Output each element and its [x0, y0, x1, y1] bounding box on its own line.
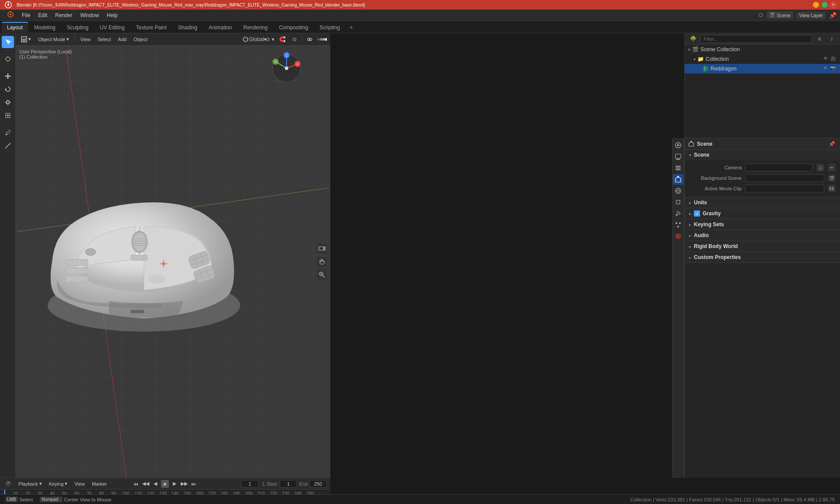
object-mode-selector[interactable]: Object Mode ▾	[36, 35, 71, 43]
next-keyframe-button[interactable]: ▶▶	[180, 480, 188, 488]
modifier-properties-tab[interactable]	[673, 208, 683, 219]
maximize-button[interactable]: □	[822, 2, 828, 8]
movie-clip-picker-icon[interactable]: 🎞	[828, 185, 836, 192]
outliner-editor-type[interactable]: 🌳	[688, 34, 698, 44]
tab-texture-paint[interactable]: Texture Paint	[131, 22, 172, 32]
render-properties-tab[interactable]	[673, 140, 683, 150]
audio-section-header[interactable]: ▸ Audio	[685, 230, 840, 241]
transform-tool-button[interactable]	[2, 109, 14, 122]
timeline-view-menu[interactable]: View	[73, 480, 87, 487]
tab-modeling[interactable]: Modeling	[29, 22, 61, 32]
menu-item-edit[interactable]: Edit	[35, 11, 51, 19]
view-layer-selector[interactable]: View Layer	[797, 12, 826, 19]
proportional-edit[interactable]: ⊙	[290, 35, 299, 44]
tab-shading[interactable]: Shading	[173, 22, 203, 32]
tab-compositing[interactable]: Compositing	[274, 22, 314, 32]
camera-value[interactable]	[745, 164, 813, 172]
editor-type-button[interactable]: ▾	[19, 35, 33, 43]
end-frame-input[interactable]: 250	[309, 480, 327, 488]
outliner-sort-icon[interactable]: ↕	[827, 34, 836, 44]
add-menu[interactable]: Add	[116, 36, 129, 43]
background-scene-value[interactable]	[745, 174, 824, 182]
render-overlay-icon[interactable]	[305, 35, 315, 44]
active-movie-clip-value[interactable]	[745, 185, 824, 192]
outliner-collection[interactable]: ▾ 📁 Collection 👁 🎥	[685, 54, 840, 64]
shading-dots-icon[interactable]	[317, 35, 327, 44]
keying-sets-header[interactable]: ▸ Keying Sets	[685, 219, 840, 230]
close-button[interactable]: ✕	[830, 2, 836, 8]
custom-props-header[interactable]: ▸ Custom Properties	[685, 252, 840, 262]
camera-edit-icon[interactable]: ✏	[828, 164, 836, 172]
collection-camera-icon[interactable]: 🎥	[830, 56, 836, 62]
units-section-header[interactable]: ▸ Units	[685, 197, 840, 208]
select-tool-button[interactable]	[2, 36, 14, 48]
tab-rendering[interactable]: Rendering	[238, 22, 273, 32]
jump-end-button[interactable]: ⏭	[190, 480, 198, 488]
tab-sculpting[interactable]: Sculpting	[62, 22, 94, 32]
view-menu[interactable]: View	[78, 36, 92, 43]
start-frame-input[interactable]: 1	[280, 480, 297, 488]
marker-menu[interactable]: Marker	[90, 480, 108, 487]
rotate-tool-button[interactable]	[2, 83, 14, 95]
outliner-reddragon-object[interactable]: 🐉 Reddragon 👁 📷	[685, 64, 840, 74]
rigid-body-world-header[interactable]: ▸ Rigid Body World	[685, 241, 840, 252]
stop-button[interactable]: ■	[161, 480, 169, 488]
properties-scroll[interactable]: ▾ Scene Camera 🎥 ✏ Background Scene 🎬 Ac…	[685, 150, 840, 478]
tab-scripting[interactable]: Scripting	[314, 22, 345, 32]
scene-selector[interactable]: 🎬 Scene	[766, 11, 793, 19]
viewport[interactable]: User Perspective (Local) (1) Collection	[16, 46, 330, 478]
object-menu[interactable]: Object	[132, 36, 149, 43]
outliner-search-input[interactable]	[700, 35, 812, 43]
hand-view-icon[interactable]	[317, 257, 327, 266]
properties-pin-icon[interactable]: 📌	[827, 139, 836, 149]
play-button[interactable]: ▶	[171, 480, 178, 488]
collection-eye-icon[interactable]: 👁	[823, 56, 830, 62]
gravity-checkbox[interactable]: ✓	[694, 210, 700, 217]
jump-start-button[interactable]: ⏮	[132, 480, 140, 488]
outliner-scene-collection[interactable]: ▾ 🎬 Scene Collection	[685, 45, 840, 54]
gravity-section-header[interactable]: ▸ ✓ Gravity	[685, 208, 840, 219]
camera-view-icon[interactable]	[317, 244, 327, 253]
outliner-filter-icon[interactable]: ≡	[815, 34, 824, 44]
keying-menu[interactable]: Keying ▾	[47, 480, 70, 487]
snap-toggle[interactable]: 🧲	[277, 35, 287, 44]
measure-tool-button[interactable]	[2, 140, 14, 152]
bg-scene-picker-icon[interactable]: 🎬	[828, 174, 836, 182]
tab-layout[interactable]: Layout	[2, 22, 28, 32]
world-properties-tab[interactable]	[673, 186, 683, 196]
scene-section-header[interactable]: ▾ Scene	[685, 150, 840, 160]
minimize-button[interactable]: ─	[813, 2, 819, 8]
timeline-editor-type[interactable]: ⏱	[4, 479, 13, 489]
scale-tool-button[interactable]	[2, 96, 14, 108]
pin-icon[interactable]: 📌	[829, 12, 836, 19]
view-layer-tab[interactable]	[673, 163, 683, 173]
particles-properties-tab[interactable]	[673, 220, 683, 230]
object-properties-tab[interactable]	[673, 197, 683, 207]
zoom-view-icon[interactable]	[317, 270, 327, 280]
physics-properties-tab[interactable]	[673, 231, 683, 242]
object-render-icon[interactable]: 📷	[830, 66, 836, 72]
play-reverse-button[interactable]: ◀	[151, 480, 159, 488]
navigation-gizmo[interactable]: X Y Z	[269, 51, 304, 86]
move-tool-button[interactable]	[2, 70, 14, 82]
object-eye-icon[interactable]: 👁	[823, 66, 830, 72]
global-transform-selector[interactable]: Global ▾	[253, 35, 262, 44]
menu-item-file[interactable]: File	[18, 11, 34, 19]
scene-properties-tab[interactable]	[673, 174, 683, 185]
menu-item-blender[interactable]	[4, 10, 18, 20]
output-properties-tab[interactable]	[673, 151, 683, 162]
tab-animation[interactable]: Animation	[203, 22, 237, 32]
prev-keyframe-button[interactable]: ◀◀	[142, 480, 150, 488]
add-tab-button[interactable]: +	[346, 22, 357, 32]
annotate-tool-button[interactable]	[2, 126, 14, 139]
select-menu[interactable]: Select	[96, 36, 113, 43]
playback-menu[interactable]: Playback ▾	[17, 480, 44, 487]
menu-item-render[interactable]: Render	[52, 11, 76, 19]
camera-picker-icon[interactable]: 🎥	[816, 164, 824, 172]
tab-uv-editing[interactable]: UV Editing	[94, 22, 130, 32]
cursor-tool-button[interactable]	[2, 53, 14, 65]
current-frame-input[interactable]: 1	[241, 480, 259, 488]
menu-item-window[interactable]: Window	[77, 11, 102, 19]
menu-item-help[interactable]: Help	[103, 11, 121, 19]
pivot-selector[interactable]: ⊙ ▾	[265, 35, 275, 44]
